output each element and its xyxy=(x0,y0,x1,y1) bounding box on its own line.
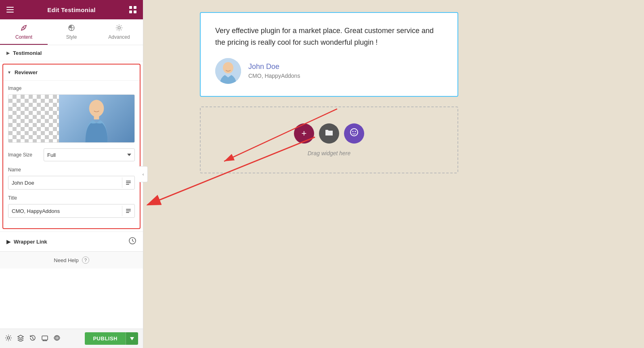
tab-bar: Content Style Advanced xyxy=(0,19,143,45)
add-widget-button[interactable]: + xyxy=(294,123,314,144)
publish-button-group: PUBLISH xyxy=(85,332,138,345)
svg-rect-4 xyxy=(134,6,136,9)
publish-dropdown-button[interactable] xyxy=(126,332,138,345)
help-footer: Need Help ? xyxy=(0,251,143,269)
tab-content[interactable]: Content xyxy=(0,19,48,45)
svg-rect-11 xyxy=(94,116,99,119)
svg-rect-13 xyxy=(126,182,131,183)
svg-rect-1 xyxy=(6,9,14,10)
name-input[interactable] xyxy=(8,176,122,189)
svg-rect-12 xyxy=(126,181,131,181)
title-field-label: Title xyxy=(8,195,135,201)
help-icon[interactable]: ? xyxy=(82,256,89,264)
folder-button[interactable] xyxy=(319,123,339,144)
sidebar-collapse-handle[interactable]: ‹ xyxy=(139,166,148,182)
reviewer-arrow-icon: ▼ xyxy=(7,70,11,75)
responsive-tool-icon[interactable] xyxy=(41,334,48,343)
title-input[interactable] xyxy=(8,204,122,217)
template-button[interactable] xyxy=(344,123,364,144)
help-label: Need Help xyxy=(54,257,78,263)
title-input-wrapper xyxy=(8,204,135,218)
image-preview xyxy=(59,95,134,142)
emoji-icon xyxy=(350,128,359,139)
testimonial-author: John Doe CMO, HappyAddons xyxy=(215,58,443,84)
testimonial-text: Very effective plugin for a market place… xyxy=(215,25,443,48)
image-upload-area[interactable] xyxy=(8,94,135,143)
testimonial-arrow-icon: ▶ xyxy=(6,51,10,55)
image-size-select[interactable]: Full Large Medium Thumbnail xyxy=(44,148,135,161)
author-info: John Doe CMO, HappyAddons xyxy=(248,63,300,79)
svg-rect-5 xyxy=(129,10,132,13)
content-icon xyxy=(20,24,27,33)
tab-advanced[interactable]: Advanced xyxy=(95,19,143,45)
image-size-label: Image Size xyxy=(8,152,40,158)
svg-rect-15 xyxy=(126,209,131,210)
name-field-label: Name xyxy=(8,167,135,173)
svg-point-30 xyxy=(352,131,354,132)
tab-content-label: Content xyxy=(15,34,32,40)
testimonial-card: Very effective plugin for a market place… xyxy=(200,12,458,97)
svg-rect-6 xyxy=(134,10,136,13)
history-tool-icon[interactable] xyxy=(29,334,36,343)
svg-rect-20 xyxy=(42,336,48,340)
link-settings-icon[interactable] xyxy=(128,237,136,246)
svg-rect-14 xyxy=(126,184,129,185)
svg-point-19 xyxy=(7,337,10,339)
svg-point-7 xyxy=(23,27,25,29)
svg-point-31 xyxy=(355,131,356,132)
dropzone-buttons: + xyxy=(294,123,364,144)
svg-point-22 xyxy=(57,337,58,338)
image-field-label: Image xyxy=(8,85,135,91)
reviewer-section-body: Image xyxy=(3,81,140,228)
publish-button[interactable]: PUBLISH xyxy=(85,332,126,345)
tab-advanced-label: Advanced xyxy=(108,34,130,40)
grid-icon[interactable] xyxy=(129,6,136,13)
svg-point-9 xyxy=(118,27,120,29)
reviewer-section: ▼ Reviewer Image xyxy=(2,64,141,229)
name-input-wrapper xyxy=(8,176,135,190)
title-text-icon[interactable] xyxy=(122,206,134,216)
page-title: Edit Testimonial xyxy=(47,6,96,13)
style-icon xyxy=(68,24,75,33)
folder-icon xyxy=(325,128,334,139)
layers-tool-icon[interactable] xyxy=(17,334,24,343)
svg-rect-16 xyxy=(126,210,131,211)
hamburger-icon[interactable] xyxy=(6,7,14,13)
preview-tool-icon[interactable] xyxy=(53,334,61,343)
reviewer-section-label: Reviewer xyxy=(15,69,38,75)
bottom-toolbar: PUBLISH xyxy=(0,329,143,348)
svg-rect-0 xyxy=(6,7,14,8)
svg-rect-2 xyxy=(6,12,14,13)
author-avatar xyxy=(215,58,241,84)
wrapper-link-arrow-icon: ▶ xyxy=(6,239,10,245)
tab-style-label: Style xyxy=(66,34,77,40)
author-name: John Doe xyxy=(248,63,300,71)
wrapper-link-section[interactable]: ▶ Wrapper Link xyxy=(0,231,143,251)
sidebar-header: Edit Testimonial xyxy=(0,0,143,19)
author-title: CMO, HappyAddons xyxy=(248,73,300,79)
sidebar-content: ▶ Testimonial ▼ Reviewer Image xyxy=(0,45,143,329)
name-text-icon[interactable] xyxy=(122,177,134,188)
wrapper-link-label: Wrapper Link xyxy=(14,239,47,245)
image-size-row: Image Size Full Large Medium Thumbnail xyxy=(8,148,135,161)
widget-dropzone[interactable]: + Drag widg xyxy=(200,106,458,173)
tab-style[interactable]: Style xyxy=(48,19,95,45)
reviewer-section-header[interactable]: ▼ Reviewer xyxy=(3,65,140,81)
bottom-tools xyxy=(5,334,61,343)
svg-point-29 xyxy=(350,129,358,136)
svg-point-10 xyxy=(89,100,104,117)
dropzone-label: Drag widget here xyxy=(308,150,351,156)
svg-rect-3 xyxy=(129,6,132,9)
svg-rect-17 xyxy=(126,212,129,213)
testimonial-section-label: Testimonial xyxy=(13,50,42,56)
testimonial-section-header[interactable]: ▶ Testimonial xyxy=(0,45,143,61)
advanced-icon xyxy=(115,24,123,33)
wrapper-link-left: ▶ Wrapper Link xyxy=(6,239,47,245)
sidebar: Edit Testimonial Content xyxy=(0,0,143,348)
main-canvas: Very effective plugin for a market place… xyxy=(143,0,644,348)
plus-icon: + xyxy=(302,128,307,139)
settings-tool-icon[interactable] xyxy=(5,334,12,343)
svg-point-28 xyxy=(223,62,233,73)
